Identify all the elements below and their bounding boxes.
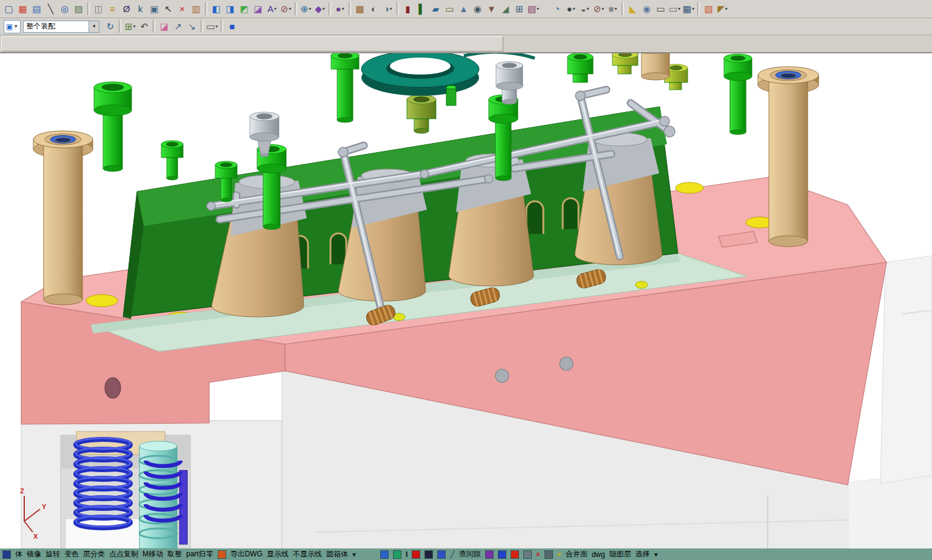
cap-screw-green[interactable] xyxy=(331,53,359,122)
selection-rect-icon[interactable]: ▭▾ xyxy=(205,19,219,33)
statusbar-command[interactable]: 镜像 xyxy=(27,549,41,559)
pattern-icon[interactable]: ▩ xyxy=(353,2,367,16)
cap-screw-green[interactable] xyxy=(568,53,593,82)
chamfer-icon[interactable]: ◢ xyxy=(498,2,512,16)
sheet-tool-icon[interactable]: ▥ xyxy=(189,2,203,16)
curve-k-icon[interactable]: k xyxy=(133,2,147,16)
box-tool-icon[interactable]: ▣ xyxy=(147,2,161,16)
annotation-a-icon[interactable]: A▾ xyxy=(265,2,279,16)
dropdown-arrow-icon[interactable]: ▾ xyxy=(289,7,291,12)
text-cursor-icon[interactable]: I xyxy=(406,551,407,558)
panel-swatch-icon[interactable] xyxy=(545,550,553,559)
display-mode-icon[interactable]: ▢ xyxy=(2,2,16,16)
group-icon[interactable]: ◪ xyxy=(251,2,265,16)
dropdown-arrow-icon[interactable]: ▾ xyxy=(678,7,680,12)
transform-icon[interactable]: ↘ xyxy=(185,19,199,33)
dropdown-arrow-icon[interactable]: ▾ xyxy=(133,24,136,29)
delete-tool-icon[interactable]: × xyxy=(175,2,189,16)
delete-red-x-icon[interactable]: × xyxy=(536,551,540,558)
combo-dropdown-button[interactable]: ▼ xyxy=(89,21,99,32)
dropdown-arrow-icon[interactable]: ▾ xyxy=(602,7,604,12)
dropdown-arrow-icon[interactable]: ▾ xyxy=(390,7,392,12)
instance-icon[interactable]: ◩ xyxy=(237,2,251,16)
dropdown-arrow-icon[interactable]: ▾ xyxy=(692,7,694,12)
monitor-alt-icon[interactable]: ▭▾ xyxy=(668,2,682,16)
red-layer-icon[interactable] xyxy=(412,550,420,559)
statusbar-command[interactable]: 体 xyxy=(15,549,22,559)
assembly-scope-combo[interactable]: 整个装配 ▼ xyxy=(23,21,99,33)
dropdown-arrow-icon[interactable]: ▾ xyxy=(215,24,218,29)
customize-wrench-icon[interactable]: ◤▾ xyxy=(716,2,729,16)
statusbar-command[interactable]: 查间隙 xyxy=(459,549,481,559)
statusbar-command[interactable]: 合并面 xyxy=(566,549,588,559)
more-dropdown-icon[interactable]: ▾ xyxy=(352,551,356,558)
dark-layer-icon[interactable] xyxy=(424,550,433,559)
dropdown-arrow-icon[interactable]: ▾ xyxy=(615,7,617,12)
mirror-tool-icon[interactable]: ◫ xyxy=(92,2,106,16)
filter-type-combo[interactable]: ▣ ▼ xyxy=(4,20,21,33)
cap-screw-green[interactable] xyxy=(161,141,183,180)
graphics-window[interactable]: Z Y X xyxy=(0,53,932,548)
shaded-view-icon[interactable] xyxy=(380,550,389,559)
cap-screw-green[interactable] xyxy=(94,82,132,172)
statusbar-command[interactable]: 圆箱体 xyxy=(326,549,348,559)
datum-axis-icon[interactable]: ▌ xyxy=(415,2,429,16)
hole-icon[interactable]: ◉ xyxy=(471,2,484,16)
cap-screw-green[interactable] xyxy=(724,54,752,135)
copy-feature-icon[interactable]: ◧ xyxy=(209,2,223,16)
statusbar-command[interactable]: 点点复制 xyxy=(109,549,138,559)
snap-point-icon[interactable]: ◎ xyxy=(58,2,72,16)
statusbar-command[interactable]: 导出DWG xyxy=(230,549,263,559)
shaded-cube-icon[interactable]: ■ xyxy=(225,19,239,33)
dropdown-arrow-icon[interactable]: ▾ xyxy=(274,7,277,12)
statusbar-command[interactable]: dwg xyxy=(592,550,605,559)
arrow-select-icon[interactable]: ↖ xyxy=(161,2,175,16)
layout-grid-icon[interactable]: ▦▾ xyxy=(682,2,696,16)
statusbar-command[interactable]: M移动 xyxy=(142,549,163,559)
dropdown-arrow-icon[interactable]: ▾ xyxy=(537,7,539,12)
statusbar-command[interactable]: 选择 xyxy=(635,549,650,559)
statusbar-command[interactable]: 取整 xyxy=(167,549,182,559)
red-swatch-icon[interactable] xyxy=(511,550,519,559)
manikin-icon[interactable]: ◉ xyxy=(640,2,654,16)
purple-swatch-icon[interactable] xyxy=(485,550,494,559)
sprue-pin[interactable] xyxy=(446,87,456,105)
history-clock-icon[interactable]: ◔ xyxy=(550,2,564,16)
cap-screw-yellow-green[interactable] xyxy=(612,53,638,74)
dropdown-arrow-icon[interactable]: ▾ xyxy=(573,7,575,12)
close-yellow-x-icon[interactable]: × xyxy=(557,551,562,558)
dimension-icon[interactable]: ⊘▾ xyxy=(279,2,293,16)
paste-feature-icon[interactable]: ◨ xyxy=(223,2,237,16)
statusbar-command[interactable]: 变色 xyxy=(64,549,79,559)
thread-icon[interactable]: ▼ xyxy=(484,2,498,16)
update-display-icon[interactable]: ↻ xyxy=(103,19,117,33)
dropdown-arrow-icon[interactable]: ▾ xyxy=(323,7,325,12)
sphere-tool-icon[interactable]: ●▾ xyxy=(333,2,347,16)
view-orient-icon[interactable]: ◆▾ xyxy=(313,2,327,16)
statusbar-command[interactable]: 显示线 xyxy=(267,549,289,559)
dropdown-arrow-icon[interactable]: ▾ xyxy=(725,7,728,12)
monitor-icon[interactable]: ▭ xyxy=(654,2,668,16)
dropdown-arrow-icon[interactable]: ▾ xyxy=(587,7,589,12)
sketch-icon[interactable]: ▰ xyxy=(429,2,443,16)
gray-swatch-icon[interactable] xyxy=(523,550,532,559)
color-cube-icon[interactable]: ▧ xyxy=(702,2,716,16)
color-palette-icon[interactable]: ▦ xyxy=(16,2,30,16)
statusbar-command[interactable]: 隐图层 xyxy=(609,549,631,559)
ejector-hole-yellow[interactable] xyxy=(635,281,648,288)
extrude-icon[interactable]: ▲ xyxy=(457,2,471,16)
fit-view-icon[interactable]: ⊞▾ xyxy=(123,19,137,33)
export-dwg-icon[interactable] xyxy=(218,550,226,559)
viewport-3d[interactable]: Z Y X xyxy=(0,53,932,548)
layer-settings-icon[interactable]: ▤ xyxy=(30,2,44,16)
hatch-tool-icon[interactable]: ▨ xyxy=(72,2,85,16)
dropdown-arrow-icon[interactable]: ▾ xyxy=(342,7,344,12)
guide-pillar-partial[interactable] xyxy=(642,53,669,80)
blend-icon[interactable]: ◑▾ xyxy=(381,2,395,16)
blue-layer-icon[interactable] xyxy=(437,550,446,559)
dropdown-arrow-icon[interactable]: ▼ xyxy=(13,24,18,29)
suppress-icon[interactable]: ⊘▾ xyxy=(592,2,606,16)
statusbar-command[interactable]: 层分类 xyxy=(83,549,105,559)
statusbar-command[interactable]: 旋转 xyxy=(45,549,60,559)
measure-icon[interactable]: ▭ xyxy=(443,2,457,16)
